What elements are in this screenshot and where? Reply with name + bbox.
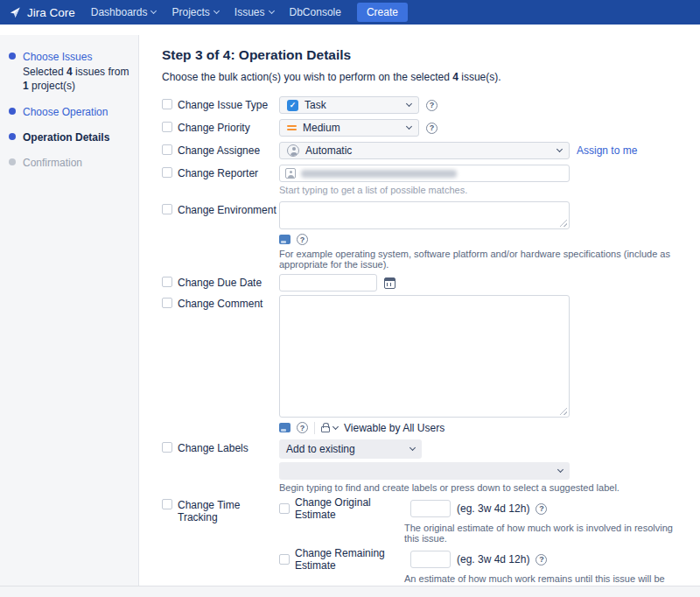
nav-dashboards[interactable]: Dashboards (91, 6, 157, 18)
row-change-time-tracking: Change Time Tracking Change Original Est… (162, 496, 679, 594)
reporter-value-redacted (301, 170, 457, 178)
assign-to-me-link[interactable]: Assign to me (577, 144, 637, 157)
labels-mode-value: Add to existing (286, 443, 355, 455)
help-icon[interactable]: ? (536, 554, 547, 565)
change-labels-label: Change Labels (178, 442, 248, 454)
labels-mode-select[interactable]: Add to existing (279, 439, 422, 459)
chevron-down-icon (268, 8, 274, 14)
change-reporter-checkbox[interactable] (162, 167, 172, 178)
priority-select[interactable]: Medium (279, 119, 419, 137)
resize-handle[interactable] (559, 219, 567, 227)
change-issue-type-label: Change Issue Type (178, 99, 268, 111)
page-footer (0, 586, 700, 597)
create-button[interactable]: Create (357, 3, 408, 22)
change-original-estimate-checkbox[interactable] (279, 503, 290, 514)
nav-dbconsole-label: DbConsole (290, 6, 341, 18)
environment-textarea[interactable] (279, 201, 570, 229)
nav-projects-label: Projects (172, 6, 209, 18)
wiki-markup-icon[interactable] (279, 423, 290, 432)
row-change-due-date: Change Due Date (162, 274, 679, 291)
nav-issues[interactable]: Issues (234, 6, 274, 18)
change-priority-label: Change Priority (178, 122, 250, 134)
help-icon[interactable]: ? (297, 234, 308, 245)
priority-medium-icon (287, 125, 297, 130)
step-bullet-icon (9, 158, 16, 165)
step-bullet-icon (9, 53, 16, 60)
nav-projects[interactable]: Projects (172, 6, 218, 18)
reporter-hint: Start typing to get a list of possible m… (279, 185, 679, 195)
comment-visibility-label: Viewable by All Users (344, 422, 444, 434)
labels-value-select[interactable] (279, 462, 570, 480)
help-icon[interactable]: ? (426, 123, 438, 134)
priority-value: Medium (303, 122, 340, 134)
step-bullet-icon (9, 133, 16, 140)
row-change-priority: Change Priority Medium ? (162, 119, 679, 137)
issue-type-value: Task (304, 99, 326, 111)
change-original-estimate-label: Change Original Estimate (295, 496, 404, 521)
change-comment-checkbox[interactable] (162, 298, 172, 308)
step-operation-details: Operation Details (9, 130, 130, 144)
chevron-down-icon (332, 423, 339, 429)
remaining-estimate-input[interactable] (410, 551, 451, 568)
comment-textarea[interactable] (279, 295, 570, 418)
change-assignee-checkbox[interactable] (162, 144, 172, 155)
step-choose-issues: Choose Issues Selected 4 issues from 1 p… (9, 50, 130, 94)
brand-label: Jira Core (27, 6, 75, 19)
help-icon[interactable]: ? (297, 422, 308, 433)
change-priority-checkbox[interactable] (162, 122, 172, 132)
help-icon[interactable]: ? (426, 100, 438, 111)
task-type-icon: ✓ (287, 100, 298, 111)
help-icon[interactable]: ? (536, 503, 547, 515)
environment-description: For example operating system, software p… (279, 249, 679, 270)
change-issue-type-checkbox[interactable] (162, 99, 172, 109)
step-choose-operation: Choose Operation (9, 105, 130, 119)
page-title: Step 3 of 4: Operation Details (162, 47, 679, 63)
change-comment-label: Change Comment (178, 298, 262, 310)
original-estimate-description: The original estimate of how much work i… (404, 523, 679, 544)
step-choose-operation-link[interactable]: Choose Operation (23, 106, 108, 118)
change-time-tracking-label: Change Time Tracking (178, 499, 279, 523)
chevron-down-icon (406, 123, 412, 130)
issue-type-select[interactable]: ✓ Task (279, 96, 419, 114)
row-change-labels: Change Labels Add to existing Begin typi… (162, 439, 679, 493)
row-change-environment: Change Environment ? For example operati… (162, 201, 679, 270)
change-environment-checkbox[interactable] (162, 204, 172, 214)
jira-brand[interactable]: Jira Core (9, 6, 75, 19)
operation-details-panel: Step 3 of 4: Operation Details Choose th… (139, 35, 700, 586)
person-icon (285, 168, 296, 179)
nav-dbconsole[interactable]: DbConsole (290, 6, 341, 18)
labels-hint: Begin typing to find and create labels o… (279, 482, 679, 493)
resize-handle[interactable] (559, 407, 567, 415)
change-labels-checkbox[interactable] (162, 442, 172, 453)
unlock-icon (321, 426, 330, 432)
change-remaining-estimate-label: Change Remaining Estimate (295, 547, 404, 572)
reporter-input[interactable] (279, 165, 570, 182)
change-due-date-label: Change Due Date (178, 277, 262, 289)
step-bullet-icon (9, 108, 16, 115)
step-choose-issues-link[interactable]: Choose Issues (23, 51, 92, 63)
jira-logo-icon (9, 6, 22, 19)
nav-dashboards-label: Dashboards (91, 6, 148, 18)
chevron-down-icon (410, 445, 416, 451)
calendar-icon[interactable] (384, 277, 396, 289)
original-estimate-input[interactable] (410, 500, 451, 517)
intro-text: Choose the bulk action(s) you wish to pe… (162, 71, 679, 83)
wiki-markup-icon[interactable] (279, 235, 290, 244)
row-change-assignee: Change Assignee Automatic Assign to me (162, 142, 679, 159)
change-remaining-estimate-checkbox[interactable] (279, 554, 290, 565)
comment-visibility-button[interactable] (321, 423, 338, 432)
chevron-down-icon (406, 101, 412, 107)
row-change-comment: Change Comment ? Viewable by All Users (162, 295, 679, 434)
chevron-down-icon (557, 467, 564, 473)
avatar-icon (287, 144, 299, 157)
due-date-input[interactable] (279, 274, 377, 291)
divider (314, 422, 315, 434)
change-due-date-checkbox[interactable] (162, 277, 172, 287)
assignee-value: Automatic (305, 144, 352, 157)
assignee-select[interactable]: Automatic (279, 142, 570, 159)
change-reporter-label: Change Reporter (178, 167, 258, 179)
change-time-tracking-checkbox[interactable] (162, 499, 172, 509)
remaining-estimate-example: (eg. 3w 4d 12h) (457, 553, 529, 565)
row-change-issue-type: Change Issue Type ✓ Task ? (162, 96, 679, 114)
step-choose-issues-summary: Selected 4 issues from 1 project(s) (23, 65, 130, 93)
